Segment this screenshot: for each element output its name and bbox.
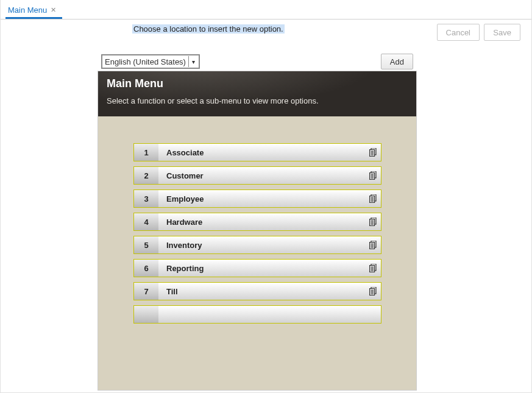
cancel-button[interactable]: Cancel [437,24,480,41]
menu-item[interactable] [133,305,381,324]
menu-item-label: Till [158,283,365,300]
svg-rect-25 [370,243,375,249]
submenu-icon [365,260,381,277]
chevron-down-icon: ▾ [188,56,199,67]
save-button[interactable]: Save [484,24,520,41]
svg-rect-1 [370,150,375,157]
menu-item[interactable]: 5Inventory [133,236,381,254]
menu-item-number: 1 [134,144,158,161]
close-icon[interactable]: ✕ [51,6,56,14]
language-row: English (United States) ▾ Add [98,52,417,71]
svg-rect-31 [370,266,375,272]
tab-bar: Main Menu ✕ [1,0,531,19]
add-button[interactable]: Add [381,54,413,69]
tab-label: Main Menu [8,5,47,15]
menu-item-label: Customer [158,167,365,184]
menu-list: 1Associate2Customer3Employee4Hardware5In… [133,143,381,328]
menu-item-number: 6 [134,260,158,277]
svg-rect-37 [370,289,375,296]
menu-item[interactable]: 3Employee [133,189,381,208]
submenu-icon [365,190,381,207]
menu-item-label: Hardware [158,213,365,230]
menu-item-label: Reporting [158,260,365,277]
toolbar: Choose a location to insert the new opti… [1,19,531,39]
panel-subtitle: Select a function or select a sub-menu t… [107,96,408,105]
submenu-icon [365,283,381,300]
menu-item-label [158,306,381,323]
menu-item[interactable]: 7Till [133,282,381,300]
menu-item-label: Associate [158,144,365,161]
menu-item[interactable]: 2Customer [133,166,381,185]
language-selected-value: English (United States) [102,56,188,68]
menu-item[interactable]: 1Associate [133,143,381,161]
content-panel: English (United States) ▾ Add Main Menu … [98,52,417,391]
instruction-text: Choose a location to insert the new opti… [132,24,285,34]
submenu-icon [365,236,381,253]
submenu-icon [365,144,381,161]
svg-rect-19 [370,219,375,226]
menu-item-number: 3 [134,190,158,207]
panel-title: Main Menu [107,77,408,90]
menu-item-number: 5 [134,236,158,253]
language-select[interactable]: English (United States) ▾ [101,54,200,69]
svg-rect-13 [370,196,375,203]
menu-item[interactable]: 6Reporting [133,259,381,277]
menu-item[interactable]: 4Hardware [133,213,381,231]
menu-item-label: Inventory [158,236,365,253]
menu-item-number: 7 [134,283,158,300]
submenu-icon [365,213,381,230]
submenu-icon [365,167,381,184]
menu-item-number: 2 [134,167,158,184]
menu-item-label: Employee [158,190,365,207]
menu-item-number: 4 [134,213,158,230]
menu-item-number [134,306,158,323]
svg-rect-7 [370,173,375,180]
panel-header: Main Menu Select a function or select a … [98,71,416,116]
tab-main-menu[interactable]: Main Menu ✕ [5,2,62,19]
